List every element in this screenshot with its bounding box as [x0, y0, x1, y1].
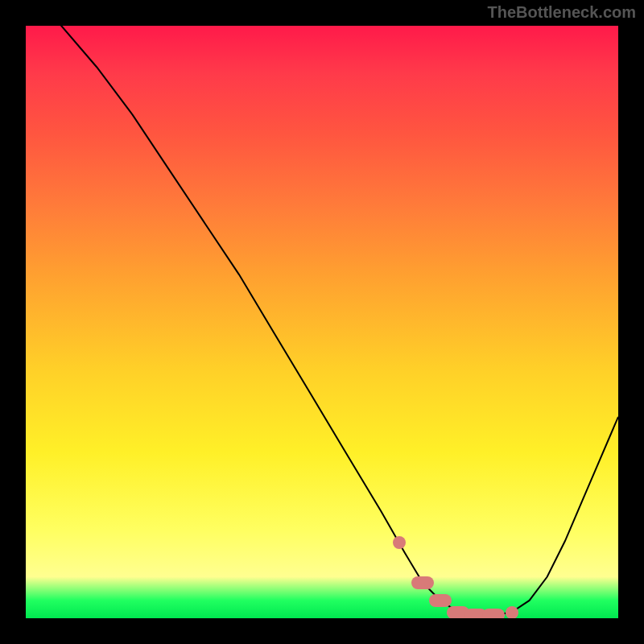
curve-marker: [429, 594, 452, 607]
watermark-text: TheBottleneck.com: [488, 3, 636, 22]
bottleneck-curve: [26, 26, 618, 615]
curve-marker: [411, 576, 434, 589]
curve-marker: [482, 609, 505, 618]
curve-marker: [393, 536, 406, 549]
plot-area: [26, 26, 618, 618]
curve-svg: [26, 26, 618, 618]
curve-marker: [506, 606, 518, 618]
